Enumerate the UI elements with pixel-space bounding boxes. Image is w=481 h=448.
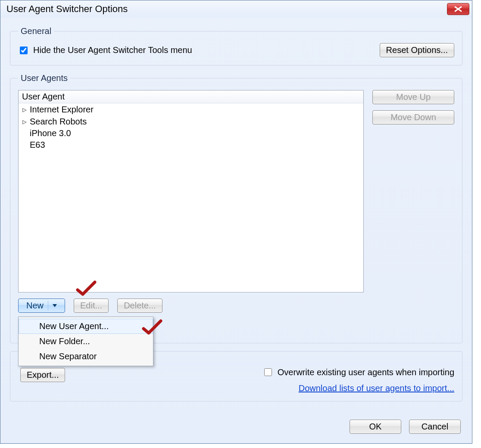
hide-tools-menu-label: Hide the User Agent Switcher Tools menu: [33, 45, 192, 55]
list-action-buttons: New Edit... Delete... New User Agent... …: [18, 299, 454, 313]
list-item-label: iPhone 3.0: [30, 128, 71, 138]
window-title: User Agent Switcher Options: [6, 3, 128, 15]
menu-item-new-separator[interactable]: New Separator: [19, 349, 153, 364]
close-button[interactable]: [447, 3, 469, 15]
ok-button[interactable]: OK: [350, 420, 401, 434]
disclosure-triangle-icon[interactable]: ▹: [22, 104, 27, 115]
list-item[interactable]: ▹ Search Robots: [19, 115, 363, 128]
menu-item-new-folder[interactable]: New Folder...: [19, 334, 153, 349]
new-button[interactable]: New: [18, 299, 65, 313]
overwrite-checkbox[interactable]: [264, 368, 272, 376]
list-item-label: E63: [30, 140, 45, 150]
general-legend: General: [18, 26, 54, 36]
new-button-label: New: [26, 301, 44, 311]
move-up-button[interactable]: Move Up: [372, 90, 454, 104]
delete-button[interactable]: Delete...: [117, 299, 162, 313]
menu-item-new-user-agent[interactable]: New User Agent...: [19, 319, 153, 334]
user-agents-group: User Agents User Agent ▹ Internet Explor…: [10, 73, 462, 343]
list-item-label: Search Robots: [30, 117, 87, 127]
titlebar: User Agent Switcher Options: [0, 0, 472, 18]
user-agents-legend: User Agents: [18, 73, 70, 83]
list-item-label: Internet Explorer: [30, 105, 94, 115]
overwrite-option[interactable]: Overwrite existing user agents when impo…: [262, 367, 454, 377]
reorder-buttons: Move Up Move Down: [372, 90, 454, 124]
separator: [48, 301, 48, 311]
dropdown-caret-icon: [53, 304, 57, 307]
dialog-footer: OK Cancel: [350, 420, 461, 434]
download-lists-link[interactable]: Download lists of user agents to import.…: [299, 383, 454, 393]
dialog-content: General Hide the User Agent Switcher Too…: [0, 18, 472, 401]
edit-button[interactable]: Edit...: [74, 299, 109, 313]
list-column-header[interactable]: User Agent: [19, 90, 363, 103]
list-item[interactable]: E63: [19, 139, 363, 151]
cancel-button[interactable]: Cancel: [409, 420, 461, 434]
close-icon: [454, 6, 462, 12]
general-group: General Hide the User Agent Switcher Too…: [10, 26, 462, 65]
hide-tools-menu-option[interactable]: Hide the User Agent Switcher Tools menu: [18, 45, 192, 56]
hide-tools-menu-checkbox[interactable]: [20, 47, 28, 54]
user-agent-list[interactable]: User Agent ▹ Internet Explorer ▹ Search …: [18, 90, 364, 292]
move-down-button[interactable]: Move Down: [372, 110, 454, 124]
overwrite-label: Overwrite existing user agents when impo…: [278, 367, 454, 377]
disclosure-triangle-icon[interactable]: ▹: [22, 116, 27, 127]
dialog-window: User Agent Switcher Options General Hide…: [0, 0, 472, 444]
export-button[interactable]: Export...: [20, 368, 65, 382]
new-dropdown-menu: New User Agent... New Folder... New Sepa…: [18, 317, 153, 366]
list-item[interactable]: iPhone 3.0: [19, 128, 363, 139]
reset-options-button[interactable]: Reset Options...: [380, 43, 454, 57]
list-item[interactable]: ▹ Internet Explorer: [19, 103, 363, 115]
